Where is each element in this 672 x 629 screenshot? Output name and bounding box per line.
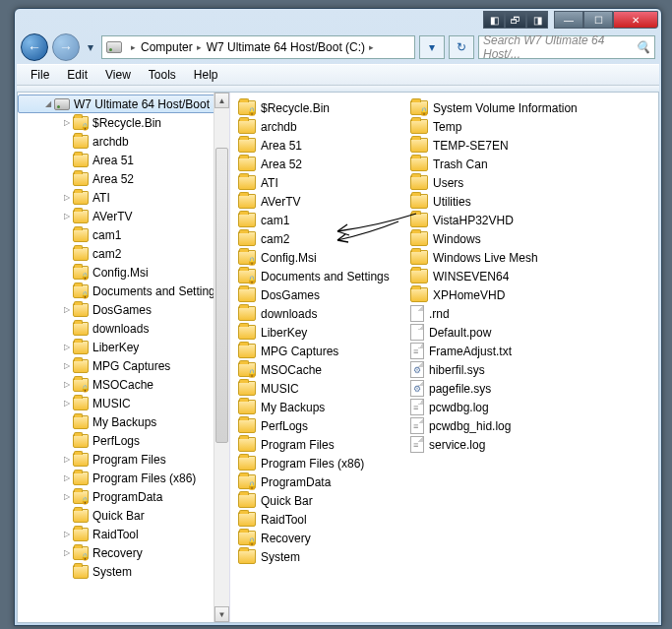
list-item[interactable]: downloads <box>234 304 406 323</box>
list-item[interactable]: service.log <box>406 435 654 454</box>
tree-item[interactable]: cam2 <box>18 244 229 263</box>
list-item[interactable]: cam1 <box>234 211 406 229</box>
expander-icon[interactable]: ▷ <box>61 455 73 464</box>
navigation-pane[interactable]: ◢W7 Ultimate 64 Host/Boot▷$Recycle.Binar… <box>18 93 230 622</box>
list-item[interactable]: Documents and Settings <box>234 267 406 285</box>
list-item[interactable]: LiberKey <box>234 323 406 342</box>
history-dropdown[interactable]: ▾ <box>84 35 97 59</box>
breadcrumb-computer[interactable]: Computer▸ <box>141 40 204 54</box>
tree-item[interactable]: ▷ProgramData <box>18 487 229 506</box>
list-item[interactable]: Utilities <box>406 192 654 211</box>
list-item[interactable]: Quick Bar <box>234 491 406 510</box>
list-item[interactable]: DosGames <box>234 285 406 304</box>
menu-file[interactable]: File <box>23 66 57 84</box>
list-item[interactable]: MUSIC <box>234 379 406 398</box>
breadcrumb-bar[interactable]: ▸ Computer▸ W7 Ultimate 64 Host/Boot (C:… <box>101 35 415 59</box>
search-input[interactable]: Search W7 Ultimate 64 Host/... 🔍 <box>478 35 655 59</box>
list-item[interactable]: AVerTV <box>234 192 406 211</box>
list-item[interactable]: hiberfil.sys <box>406 360 654 379</box>
list-item[interactable]: cam2 <box>234 229 406 248</box>
tree-item[interactable]: ▷MPG Captures <box>18 356 229 375</box>
expander-icon[interactable]: ▷ <box>61 193 73 202</box>
tree-item[interactable]: My Backups <box>18 412 229 431</box>
close-button[interactable]: ✕ <box>613 11 658 29</box>
list-item[interactable]: PerfLogs <box>234 416 406 435</box>
minimize-button[interactable]: — <box>554 11 583 29</box>
expander-icon[interactable]: ▷ <box>61 343 73 351</box>
list-item[interactable]: Area 51 <box>234 136 406 155</box>
refresh-button[interactable]: ↻ <box>449 35 474 59</box>
expander-icon[interactable]: ▷ <box>61 118 73 127</box>
scroll-thumb[interactable] <box>215 148 228 443</box>
tree-item[interactable]: ▷AVerTV <box>18 207 229 225</box>
tree-item[interactable]: Documents and Settings <box>18 282 229 300</box>
expander-icon[interactable]: ▷ <box>61 548 73 557</box>
list-item[interactable]: Users <box>406 173 654 192</box>
list-item[interactable]: System <box>234 547 406 566</box>
tree-item[interactable]: ▷$Recycle.Bin <box>18 113 229 132</box>
file-list-pane[interactable]: $Recycle.BinarchdbArea 51Area 52ATIAVerT… <box>230 93 658 622</box>
restore-down-button[interactable]: 🗗 <box>505 11 526 29</box>
list-item[interactable]: System Volume Information <box>406 98 654 117</box>
tree-item[interactable]: Area 52 <box>18 169 229 188</box>
menu-help[interactable]: Help <box>186 66 226 84</box>
list-item[interactable]: XPHomeVHD <box>406 285 654 304</box>
tree-item[interactable]: ▷RaidTool <box>18 525 229 543</box>
tree-item[interactable]: ▷Recovery <box>18 543 229 562</box>
tree-root-drive[interactable]: ◢W7 Ultimate 64 Host/Boot <box>18 94 229 113</box>
tree-item[interactable]: Config.Msi <box>18 263 229 282</box>
list-item[interactable]: RaidTool <box>234 510 406 529</box>
list-item[interactable]: TEMP-SE7EN <box>406 136 654 155</box>
tree-item[interactable]: archdb <box>18 132 229 151</box>
expander-icon[interactable]: ▷ <box>61 361 73 370</box>
expander-icon[interactable]: ◢ <box>42 99 54 108</box>
tree-item[interactable]: System <box>18 562 229 581</box>
list-item[interactable]: WINSEVEN64 <box>406 267 654 285</box>
titlebar[interactable]: ◧ 🗗 ◨ — ☐ ✕ <box>15 9 661 31</box>
expander-icon[interactable]: ▷ <box>61 492 73 501</box>
tree-item[interactable]: ▷Program Files (x86) <box>18 469 229 487</box>
list-item[interactable]: MSOCache <box>234 360 406 379</box>
list-item[interactable]: Default.pow <box>406 323 654 342</box>
back-button[interactable]: ← <box>21 33 48 61</box>
list-item[interactable]: VistaHP32VHD <box>406 211 654 229</box>
menu-edit[interactable]: Edit <box>59 66 95 84</box>
list-item[interactable]: Windows Live Mesh <box>406 248 654 267</box>
menu-tools[interactable]: Tools <box>141 66 184 84</box>
expander-icon[interactable]: ▷ <box>61 305 73 314</box>
scroll-down-button[interactable]: ▼ <box>214 606 229 622</box>
breadcrumb-root[interactable]: ▸ <box>129 42 138 52</box>
expander-icon[interactable]: ▷ <box>61 530 73 538</box>
tree-item[interactable]: ▷DosGames <box>18 300 229 319</box>
list-item[interactable]: ATI <box>234 173 406 192</box>
list-item[interactable]: pagefile.sys <box>406 379 654 398</box>
expander-icon[interactable]: ▷ <box>61 212 73 220</box>
scroll-up-button[interactable]: ▲ <box>214 93 229 108</box>
list-item[interactable]: pcwdbg_hid.log <box>406 416 654 435</box>
list-item[interactable]: .rnd <box>406 304 654 323</box>
list-item[interactable]: Config.Msi <box>234 248 406 267</box>
tree-item[interactable]: ▷ATI <box>18 188 229 207</box>
list-item[interactable]: archdb <box>234 117 406 136</box>
tree-item[interactable]: downloads <box>18 319 229 338</box>
expander-icon[interactable]: ▷ <box>61 399 73 408</box>
tree-item[interactable]: ▷MSOCache <box>18 375 229 394</box>
expander-icon[interactable]: ▷ <box>61 380 73 389</box>
tree-item[interactable]: ▷Program Files <box>18 450 229 469</box>
tree-item[interactable]: Quick Bar <box>18 506 229 525</box>
tree-item[interactable]: Area 51 <box>18 151 229 169</box>
menu-view[interactable]: View <box>97 66 139 84</box>
list-item[interactable]: pcwdbg.log <box>406 398 654 416</box>
snap-left-button[interactable]: ◧ <box>483 11 505 29</box>
tree-item[interactable]: ▷LiberKey <box>18 338 229 356</box>
expander-icon[interactable]: ▷ <box>61 473 73 482</box>
maximize-button[interactable]: ☐ <box>583 11 613 29</box>
tree-item[interactable]: cam1 <box>18 225 229 244</box>
tree-scrollbar[interactable]: ▲ ▼ <box>214 93 229 622</box>
list-item[interactable]: My Backups <box>234 398 406 416</box>
list-item[interactable]: Trash Can <box>406 155 654 173</box>
list-item[interactable]: Recovery <box>234 529 406 547</box>
list-item[interactable]: FrameAdjust.txt <box>406 342 654 360</box>
list-item[interactable]: Temp <box>406 117 654 136</box>
list-item[interactable]: Program Files <box>234 435 406 454</box>
